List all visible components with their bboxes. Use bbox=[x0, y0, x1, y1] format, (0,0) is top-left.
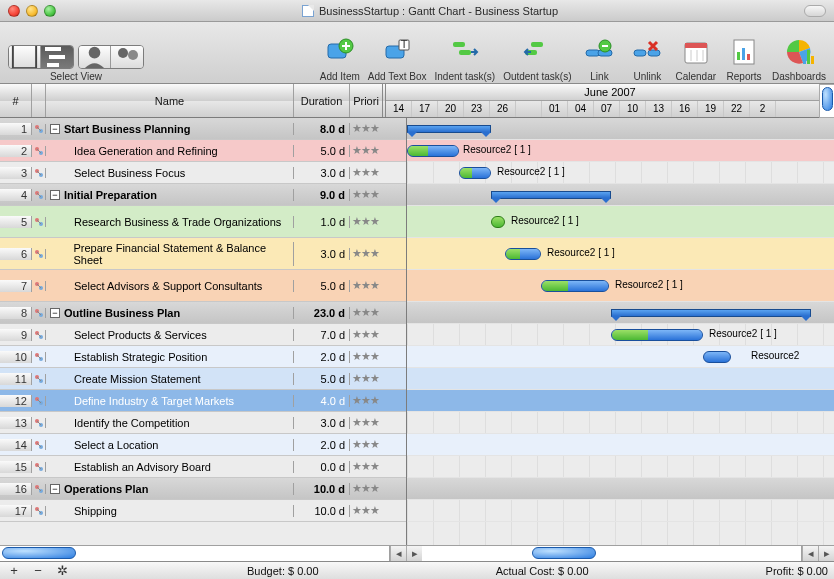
task-name-cell[interactable]: −Operations Plan bbox=[46, 483, 294, 495]
disclosure-icon[interactable]: − bbox=[50, 484, 60, 494]
view-gantt-button[interactable] bbox=[41, 46, 73, 68]
add-text-box-group[interactable]: T Add Text Box bbox=[364, 26, 431, 82]
task-name-cell[interactable]: Research Business & Trade Organizations bbox=[46, 216, 294, 228]
task-row[interactable]: 14Select a Location2.0 d★★★ bbox=[0, 434, 406, 456]
task-name-cell[interactable]: Idea Generation and Refining bbox=[46, 145, 294, 157]
duration-cell[interactable]: 0.0 d bbox=[294, 461, 350, 473]
gantt-row[interactable] bbox=[407, 390, 834, 412]
task-row[interactable]: 12Define Industry & Target Markets4.0 d★… bbox=[0, 390, 406, 412]
col-header-priority[interactable]: Priori bbox=[350, 84, 386, 117]
task-name-cell[interactable]: Select a Location bbox=[46, 439, 294, 451]
priority-cell[interactable]: ★★★ bbox=[350, 188, 406, 201]
task-row[interactable]: 7Select Advisors & Support Consultants5.… bbox=[0, 270, 406, 302]
disclosure-icon[interactable]: − bbox=[50, 308, 60, 318]
task-row[interactable]: 4−Initial Preparation9.0 d★★★ bbox=[0, 184, 406, 206]
vertical-scrollbar[interactable] bbox=[819, 84, 834, 118]
priority-cell[interactable]: ★★★ bbox=[350, 460, 406, 473]
col-header-flag[interactable] bbox=[32, 84, 46, 117]
close-window-button[interactable] bbox=[8, 5, 20, 17]
dashboards-group[interactable]: Dashboards bbox=[768, 26, 830, 82]
disclosure-icon[interactable]: − bbox=[50, 190, 60, 200]
gantt-row[interactable] bbox=[407, 412, 834, 434]
col-header-duration[interactable]: Duration bbox=[294, 84, 350, 117]
task-bar[interactable] bbox=[703, 351, 731, 363]
task-name-cell[interactable]: Select Advisors & Support Consultants bbox=[46, 280, 294, 292]
gantt-row[interactable] bbox=[407, 368, 834, 390]
task-name-cell[interactable]: Select Products & Services bbox=[46, 329, 294, 341]
task-name-cell[interactable]: Shipping bbox=[46, 505, 294, 517]
outdent-group[interactable]: Outdent task(s) bbox=[499, 26, 575, 82]
task-name-cell[interactable]: Create Mission Statement bbox=[46, 373, 294, 385]
gantt-row[interactable] bbox=[407, 184, 834, 206]
gantt-row[interactable]: Resource2 [ 1 ] bbox=[407, 162, 834, 184]
link-group[interactable]: Link bbox=[575, 26, 623, 82]
gantt-row[interactable] bbox=[407, 434, 834, 456]
view-team-button[interactable] bbox=[111, 46, 143, 68]
priority-cell[interactable]: ★★★ bbox=[350, 438, 406, 451]
task-name-cell[interactable]: Prepare Financial Statement & Balance Sh… bbox=[46, 242, 294, 266]
duration-cell[interactable]: 4.0 d bbox=[294, 395, 350, 407]
gantt-hscroll-track[interactable] bbox=[422, 546, 802, 561]
task-row[interactable]: 15Establish an Advisory Board0.0 d★★★ bbox=[0, 456, 406, 478]
duration-cell[interactable]: 9.0 d bbox=[294, 189, 350, 201]
add-item-group[interactable]: Add Item bbox=[316, 26, 364, 82]
gantt-row[interactable]: Resource2 [ 1 ] bbox=[407, 324, 834, 346]
toolbar-toggle-button[interactable] bbox=[804, 5, 826, 17]
priority-cell[interactable]: ★★★ bbox=[350, 122, 406, 135]
priority-cell[interactable]: ★★★ bbox=[350, 144, 406, 157]
add-row-button[interactable]: + bbox=[6, 564, 22, 578]
priority-cell[interactable]: ★★★ bbox=[350, 279, 406, 292]
task-name-cell[interactable]: Establish an Advisory Board bbox=[46, 461, 294, 473]
priority-cell[interactable]: ★★★ bbox=[350, 247, 406, 260]
task-row[interactable]: 3Select Business Focus3.0 d★★★ bbox=[0, 162, 406, 184]
gantt-row[interactable] bbox=[407, 302, 834, 324]
settings-gear-icon[interactable]: ✲ bbox=[54, 564, 70, 578]
grid-hscroll-left-arrow[interactable]: ◂ bbox=[390, 546, 406, 561]
grid-hscroll-right-arrow[interactable]: ▸ bbox=[406, 546, 422, 561]
summary-bar[interactable] bbox=[491, 191, 611, 199]
duration-cell[interactable]: 1.0 d bbox=[294, 216, 350, 228]
gantt-row[interactable]: Resource2 bbox=[407, 346, 834, 368]
unlink-group[interactable]: Unlink bbox=[623, 26, 671, 82]
duration-cell[interactable]: 2.0 d bbox=[294, 439, 350, 451]
priority-cell[interactable]: ★★★ bbox=[350, 215, 406, 228]
task-row[interactable]: 1−Start Business Planning8.0 d★★★ bbox=[0, 118, 406, 140]
grid-hscroll-track[interactable] bbox=[0, 546, 390, 561]
task-grid[interactable]: 1−Start Business Planning8.0 d★★★2Idea G… bbox=[0, 118, 406, 545]
task-name-cell[interactable]: Select Business Focus bbox=[46, 167, 294, 179]
gantt-row[interactable]: Resource2 [ 1 ] bbox=[407, 206, 834, 238]
gantt-row[interactable] bbox=[407, 500, 834, 522]
task-row[interactable]: 8−Outline Business Plan23.0 d★★★ bbox=[0, 302, 406, 324]
gantt-row[interactable] bbox=[407, 118, 834, 140]
task-row[interactable]: 17Shipping10.0 d★★★ bbox=[0, 500, 406, 522]
priority-cell[interactable]: ★★★ bbox=[350, 350, 406, 363]
priority-cell[interactable]: ★★★ bbox=[350, 482, 406, 495]
priority-cell[interactable]: ★★★ bbox=[350, 504, 406, 517]
priority-cell[interactable]: ★★★ bbox=[350, 372, 406, 385]
col-header-name[interactable]: Name bbox=[46, 84, 294, 117]
duration-cell[interactable]: 5.0 d bbox=[294, 280, 350, 292]
summary-bar[interactable] bbox=[611, 309, 811, 317]
duration-cell[interactable]: 5.0 d bbox=[294, 373, 350, 385]
col-header-number[interactable]: # bbox=[0, 84, 32, 117]
task-row[interactable]: 16−Operations Plan10.0 d★★★ bbox=[0, 478, 406, 500]
gantt-row[interactable]: Resource2 [ 1 ] bbox=[407, 270, 834, 302]
disclosure-icon[interactable]: − bbox=[50, 124, 60, 134]
remove-row-button[interactable]: − bbox=[30, 564, 46, 578]
task-name-cell[interactable]: Establish Strategic Position bbox=[46, 351, 294, 363]
duration-cell[interactable]: 10.0 d bbox=[294, 483, 350, 495]
task-bar[interactable] bbox=[611, 329, 703, 341]
duration-cell[interactable]: 3.0 d bbox=[294, 167, 350, 179]
task-bar[interactable] bbox=[459, 167, 491, 179]
duration-cell[interactable]: 2.0 d bbox=[294, 351, 350, 363]
priority-cell[interactable]: ★★★ bbox=[350, 306, 406, 319]
task-row[interactable]: 11Create Mission Statement5.0 d★★★ bbox=[0, 368, 406, 390]
duration-cell[interactable]: 3.0 d bbox=[294, 248, 350, 260]
view-resource-button[interactable] bbox=[79, 46, 111, 68]
gantt-hscroll-thumb[interactable] bbox=[532, 547, 596, 559]
priority-cell[interactable]: ★★★ bbox=[350, 416, 406, 429]
calendar-group[interactable]: Calendar bbox=[671, 26, 720, 82]
task-row[interactable]: 13Identify the Competition3.0 d★★★ bbox=[0, 412, 406, 434]
task-row[interactable]: 9Select Products & Services7.0 d★★★ bbox=[0, 324, 406, 346]
duration-cell[interactable]: 23.0 d bbox=[294, 307, 350, 319]
